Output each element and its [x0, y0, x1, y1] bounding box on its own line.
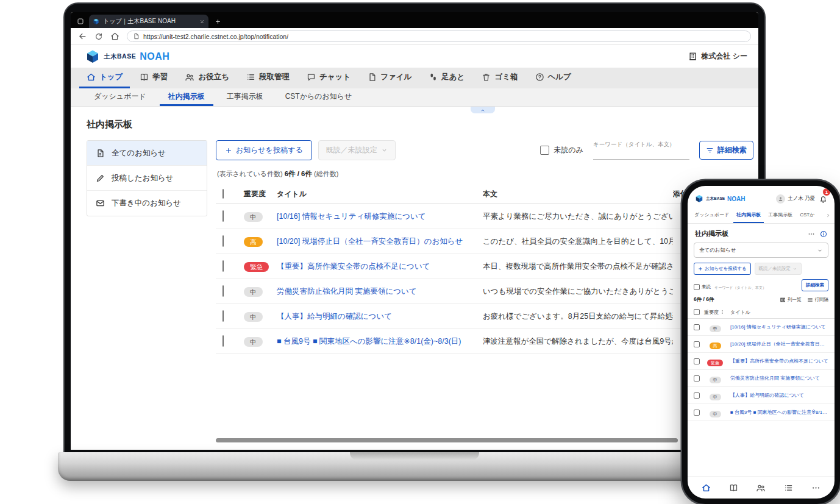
phone-tab-cst-news[interactable]: CSTか	[797, 208, 817, 223]
phone-table-row[interactable]: 高 [10/20] 現場停止日（全社一斉安全教育日）のお知らせ	[688, 336, 835, 353]
row-checkbox[interactable]	[222, 285, 224, 297]
collapse-header-button[interactable]	[471, 107, 495, 113]
row-checkbox[interactable]	[694, 324, 700, 330]
chevron-right-icon[interactable]	[825, 213, 831, 218]
nav-item-files[interactable]: ファイル	[360, 68, 419, 88]
phone-user-menu[interactable]: 土ノ木 乃愛	[776, 194, 827, 204]
row-checkbox[interactable]	[222, 235, 224, 247]
nav-item-help[interactable]: ヘルプ	[528, 68, 578, 88]
notice-title-link[interactable]: 【重要】高所作業安全帯の点検不足について	[277, 261, 483, 272]
row-checkbox[interactable]	[694, 358, 700, 364]
phone-tab-internal-board[interactable]: 社内掲示板	[733, 208, 764, 223]
row-checkbox[interactable]	[694, 341, 700, 347]
notice-title-link[interactable]: 労働災害防止強化月間 実施要領について	[277, 286, 483, 297]
notice-title-link[interactable]: 【人事】給与明細の確認について	[277, 311, 483, 322]
new-tab-button[interactable]	[215, 18, 221, 25]
nav-item-chat[interactable]: チャット	[299, 68, 358, 88]
notice-title-link[interactable]: [10/16] 情報セキュリティ研修実施について	[730, 324, 828, 330]
table-row[interactable]: 中 【人事】給与明細の確認について お疲れ様でございます。8月25日支給の給与に…	[216, 304, 753, 329]
row-checkbox[interactable]	[222, 210, 224, 222]
sidebar-item-all-notices[interactable]: 全てのお知らせ	[87, 141, 207, 166]
read-state-dropdown[interactable]: 既読／未読設定	[755, 263, 802, 275]
more-vertical-icon[interactable]	[720, 310, 725, 314]
header-title[interactable]: タイトル	[277, 189, 483, 199]
tab-close-icon[interactable]	[199, 19, 205, 24]
unread-only-checkbox-wrap[interactable]: 未読のみ	[540, 145, 583, 155]
nav-item-top[interactable]: トップ	[79, 68, 130, 88]
row-checkbox[interactable]	[694, 392, 700, 399]
post-notice-button[interactable]: お知らせを投稿する	[216, 140, 312, 160]
post-notice-button[interactable]: お知らせを投稿する	[694, 263, 751, 275]
nav-item-trash[interactable]: ゴミ箱	[474, 68, 525, 88]
phone-table-row[interactable]: 中 [10/16] 情報セキュリティ研修実施について	[688, 319, 835, 336]
back-icon[interactable]	[78, 32, 87, 41]
sidebar-item-posted-notices[interactable]: 投稿したお知らせ	[87, 166, 207, 191]
keyword-search[interactable]: キーワード（タイトル、本文）	[714, 280, 798, 291]
notice-title-link[interactable]: 【人事】給与明細の確認について	[730, 392, 828, 399]
sidebar-item-draft-notices[interactable]: 下書き中のお知らせ	[87, 191, 207, 216]
keyword-input[interactable]	[593, 149, 689, 160]
detail-search-button[interactable]: 詳細検索	[802, 279, 828, 291]
header-priority[interactable]: 重要度	[704, 309, 719, 316]
header-body[interactable]: 本文	[483, 189, 673, 199]
nav-item-footprints[interactable]: 足あと	[421, 68, 472, 88]
people-icon[interactable]	[756, 483, 766, 493]
notice-title-link[interactable]: [10/16] 情報セキュリティ研修実施について	[277, 211, 483, 222]
nav-item-learning[interactable]: 学習	[132, 68, 175, 88]
browser-tab[interactable]: トップ｜土木BASE NOAH	[89, 15, 208, 28]
phone-table-row[interactable]: 緊急 【重要】高所作業安全帯の点検不足について	[688, 353, 835, 370]
row-checkbox[interactable]	[222, 335, 224, 347]
detail-search-button[interactable]: 詳細検索	[699, 141, 753, 160]
select-all-checkbox[interactable]	[694, 309, 700, 315]
unread-only-checkbox[interactable]	[540, 146, 549, 155]
subnav-construction-board[interactable]: 工事掲示板	[218, 88, 272, 106]
home-icon[interactable]	[702, 483, 711, 492]
row-checkbox[interactable]	[222, 260, 224, 272]
table-row[interactable]: 中 労働災害防止強化月間 実施要領について いつも現場での安全作業にご協力いただ…	[216, 279, 753, 304]
book-icon[interactable]	[729, 483, 738, 492]
subnav-cst-news[interactable]: CSTからのお知らせ	[277, 88, 361, 106]
table-row[interactable]: 中 [10/16] 情報セキュリティ研修実施について 平素より業務にご尽力いただ…	[216, 204, 753, 229]
phone-tab-dashboard[interactable]: ダッシュボード	[691, 208, 732, 223]
app-logo[interactable]: 土木BASE NOAH	[85, 49, 169, 64]
row-checkbox[interactable]	[222, 310, 224, 322]
phone-app-logo[interactable]: 土木BASE NOAH	[695, 194, 746, 203]
phone-table-row[interactable]: 中 労働災害防止強化月間 実施要領について	[688, 370, 835, 387]
select-all-checkbox[interactable]	[222, 189, 224, 199]
horizontal-scrollbar[interactable]	[216, 438, 678, 442]
notice-title-link[interactable]: ■ 台風9号 ■ 関東地区への影響に注意※8/1(金)~8/3(日)	[730, 409, 828, 416]
nav-item-schedule[interactable]: 段取管理	[239, 68, 297, 88]
notice-title-link[interactable]: [10/20] 現場停止日（全社一斉安全教育日）のお知らせ	[277, 236, 483, 247]
table-row[interactable]: 緊急 【重要】高所作業安全帯の点検不足について 本日、複数現場で高所作業用安全帯…	[216, 254, 753, 279]
notice-filter-select[interactable]: 全てのお知らせ	[694, 243, 828, 258]
row-checkbox[interactable]	[694, 375, 700, 382]
table-row[interactable]: 高 [10/20] 現場停止日（全社一斉安全教育日）のお知らせ このたび、社員全…	[216, 229, 753, 254]
phone-tab-construction-board[interactable]: 工事掲示板	[765, 208, 796, 223]
notice-title-link[interactable]: [10/20] 現場停止日（全社一斉安全教育日）のお知らせ	[730, 341, 828, 347]
phone-table-row[interactable]: 中 【人事】給与明細の確認について	[688, 387, 835, 404]
row-checkbox[interactable]	[694, 410, 700, 416]
home-icon[interactable]	[110, 32, 119, 41]
info-icon[interactable]	[820, 230, 827, 238]
subnav-dashboard[interactable]: ダッシュボード	[85, 88, 155, 106]
tab-workspaces-icon[interactable]	[77, 18, 84, 25]
list-icon[interactable]	[784, 483, 793, 492]
more-horizontal-icon[interactable]	[808, 230, 815, 238]
notice-title-link[interactable]: ■ 台風9号 ■ 関東地区への影響に注意※8/1(金)~8/3(日)	[277, 336, 483, 347]
more-horizontal-icon[interactable]	[811, 483, 820, 492]
notice-title-link[interactable]: 【重要】高所作業安全帯の点検不足について	[730, 358, 828, 364]
read-state-dropdown[interactable]: 既読／未読設定	[318, 140, 396, 160]
subnav-internal-board[interactable]: 社内掲示板	[160, 88, 213, 106]
refresh-icon[interactable]	[94, 32, 103, 41]
notice-title-link[interactable]: 労働災害防止強化月間 実施要領について	[730, 375, 828, 382]
header-priority[interactable]: 重要度	[238, 189, 277, 199]
table-row[interactable]: 中 ■ 台風9号 ■ 関東地区への影響に注意※8/1(金)~8/3(日) 津波注…	[216, 329, 753, 354]
phone-table-row[interactable]: 中 ■ 台風9号 ■ 関東地区への影響に注意※8/1(金)~8/3(日)	[688, 404, 835, 421]
url-field[interactable]: https://unit-test2.charlie.cstnet.co.jp/…	[127, 30, 751, 42]
unread-checkbox[interactable]	[694, 284, 700, 290]
nav-item-useful[interactable]: お役立ち	[177, 68, 237, 88]
unread-checkbox-wrap[interactable]: 未読	[694, 284, 711, 291]
header-title[interactable]: タイトル	[730, 309, 750, 316]
row-spacing-button[interactable]: 行間隔	[807, 297, 829, 303]
column-list-button[interactable]: 列一覧	[780, 297, 802, 303]
